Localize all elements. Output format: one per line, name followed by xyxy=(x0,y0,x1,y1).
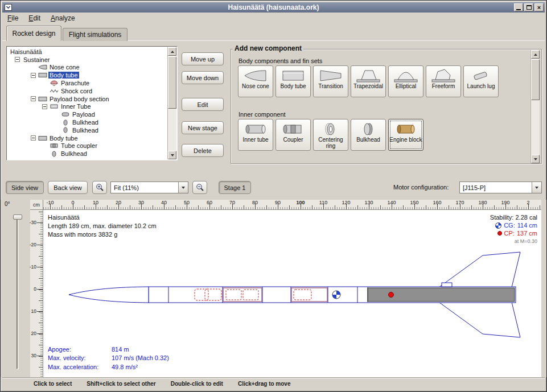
zoom-in-button[interactable] xyxy=(92,181,107,194)
close-icon: × xyxy=(537,4,541,11)
add-body-tube-button[interactable]: Body tube xyxy=(275,65,311,97)
engine-block-icon xyxy=(393,122,418,137)
tree-item-label: Inner Tube xyxy=(60,103,92,110)
tree-item-label: Shock cord xyxy=(60,88,93,94)
collapse-icon[interactable] xyxy=(31,96,36,101)
add-transition-button[interactable]: Transition xyxy=(313,65,348,97)
tree-item[interactable]: Payload body section xyxy=(7,95,167,103)
payload-icon xyxy=(61,112,71,117)
collapse-icon[interactable] xyxy=(31,73,36,78)
scrollbar-thumb[interactable] xyxy=(168,56,176,109)
launch-lug-outline[interactable] xyxy=(442,283,452,287)
move-up-button[interactable]: Move up xyxy=(182,52,224,65)
tab-rocket-design[interactable]: Rocket design xyxy=(6,26,61,41)
component-tree[interactable]: Haisunäätä Sustainer Nose cone Body tube… xyxy=(6,46,178,160)
zoom-select[interactable]: Fit (11%) xyxy=(110,181,188,193)
rocket-canvas[interactable]: Haisunäätä Length 189 cm, max. diameter … xyxy=(43,210,541,377)
coupler-icon xyxy=(50,143,60,148)
tab-flight-simulations[interactable]: Flight simulations xyxy=(63,28,128,41)
chevron-down-icon[interactable] xyxy=(532,182,541,193)
close-button[interactable]: × xyxy=(534,3,544,11)
h-ruler-label: 50 xyxy=(184,200,190,205)
menu-file[interactable]: File xyxy=(2,13,23,23)
bulkhead-icon xyxy=(61,127,71,133)
collapse-icon[interactable] xyxy=(15,57,20,62)
parachute-icon xyxy=(50,80,60,86)
scroll-up-icon[interactable] xyxy=(168,47,176,56)
add-freeform-fin-button[interactable]: Freeform xyxy=(426,65,461,97)
bulkhead-icon xyxy=(61,119,71,126)
body-tube-icon xyxy=(38,96,48,102)
add-engine-block-button[interactable]: Engine block xyxy=(388,119,423,151)
tree-item-label: Haisunäätä xyxy=(9,48,43,55)
tree-item[interactable]: Inner Tube xyxy=(7,103,167,111)
add-trapezoidal-fin-button[interactable]: Trapezoidal xyxy=(351,65,386,97)
bulkhead-icon xyxy=(356,122,381,137)
add-inner-tube-button[interactable]: Inner tube xyxy=(238,119,273,151)
chevron-down-icon[interactable] xyxy=(178,182,188,193)
tree-scrollbar[interactable] xyxy=(167,47,176,159)
rotation-slider-handle[interactable] xyxy=(13,214,22,220)
scrollbar-thumb[interactable] xyxy=(531,59,540,100)
h-ruler-label: 120 xyxy=(342,200,350,205)
tree-item[interactable]: Bulkhead xyxy=(7,118,167,126)
apogee-value: 814 m xyxy=(112,346,129,353)
tree-item[interactable]: Nose cone xyxy=(7,64,167,72)
tree-item[interactable]: Sustainer xyxy=(7,56,167,64)
nose-cone-outline[interactable] xyxy=(69,287,149,303)
zoom-out-button[interactable] xyxy=(192,181,207,194)
stage-1-toggle[interactable]: Stage 1 xyxy=(219,181,251,194)
back-view-button[interactable]: Back view xyxy=(48,181,88,194)
rotation-slider[interactable] xyxy=(17,214,19,369)
h-ruler-label: 2 xyxy=(527,200,529,205)
tree-item-label: Bulkhead xyxy=(71,119,100,126)
add-elliptical-fin-button[interactable]: Elliptical xyxy=(388,65,423,97)
tree-item[interactable]: Bulkhead xyxy=(7,150,167,158)
tree-item[interactable]: Body tube xyxy=(7,71,167,79)
add-coupler-button[interactable]: Coupler xyxy=(275,119,311,151)
inner-component-label: Inner component xyxy=(238,111,286,118)
tree-item[interactable]: Haisunäätä xyxy=(7,48,167,56)
maximize-button[interactable] xyxy=(524,3,533,11)
add-launch-lug-button[interactable]: Launch lug xyxy=(463,65,499,97)
h-ruler-label: 10 xyxy=(93,200,98,205)
design-dimensions: Length 189 cm, max. diameter 10.2 cm xyxy=(48,222,157,230)
tree-item[interactable]: Body tube xyxy=(7,134,167,142)
tree-item[interactable]: Tube coupler xyxy=(7,142,167,150)
menu-analyze[interactable]: Analyze xyxy=(46,13,80,23)
tree-item[interactable]: Shock cord xyxy=(7,87,167,95)
tree-item[interactable]: Parachute xyxy=(7,79,167,87)
side-view-button[interactable]: Side view xyxy=(6,181,44,194)
v-ruler-label: -20 xyxy=(30,242,36,247)
transition-icon xyxy=(318,68,343,83)
motor-configuration-select[interactable]: [J115-P] xyxy=(459,181,542,193)
collapse-icon[interactable] xyxy=(42,104,47,109)
scroll-down-icon[interactable] xyxy=(531,155,540,163)
tree-item[interactable]: Bulkhead xyxy=(7,126,167,134)
hint-drag: Click+drag to move xyxy=(238,381,291,387)
add-nose-cone-button[interactable]: Nose cone xyxy=(238,65,273,97)
v-ruler-label: -30 xyxy=(30,220,36,225)
h-ruler-label: 0 xyxy=(71,200,74,205)
scroll-up-icon[interactable] xyxy=(531,50,540,59)
centering-ring-icon xyxy=(318,122,343,137)
menu-edit[interactable]: Edit xyxy=(23,13,46,23)
add-centering-ring-button[interactable]: Centering ring xyxy=(313,119,348,151)
delete-button[interactable]: Delete xyxy=(182,144,224,157)
scroll-down-icon[interactable] xyxy=(168,151,176,159)
edit-button[interactable]: Edit xyxy=(182,98,224,111)
titlebar[interactable]: Haisunäätä (haisunaata.ork) × xyxy=(2,2,545,13)
collapse-icon[interactable] xyxy=(31,135,36,141)
v-ruler-label: 20 xyxy=(31,331,36,336)
h-ruler-label: 190 xyxy=(501,200,509,205)
h-ruler-label: 80 xyxy=(252,200,258,205)
window-title: Haisunäätä (haisunaata.ork) xyxy=(2,3,545,11)
add-bulkhead-button[interactable]: Bulkhead xyxy=(351,119,386,151)
minimize-button[interactable] xyxy=(514,3,523,11)
new-stage-button[interactable]: New stage xyxy=(182,121,224,134)
menubar: File Edit Analyze xyxy=(2,13,545,24)
tree-item[interactable]: Payload xyxy=(7,110,167,118)
inner-tube-icon xyxy=(50,104,60,109)
move-down-button[interactable]: Move down xyxy=(182,71,224,84)
components-scrollbar[interactable] xyxy=(530,50,540,163)
